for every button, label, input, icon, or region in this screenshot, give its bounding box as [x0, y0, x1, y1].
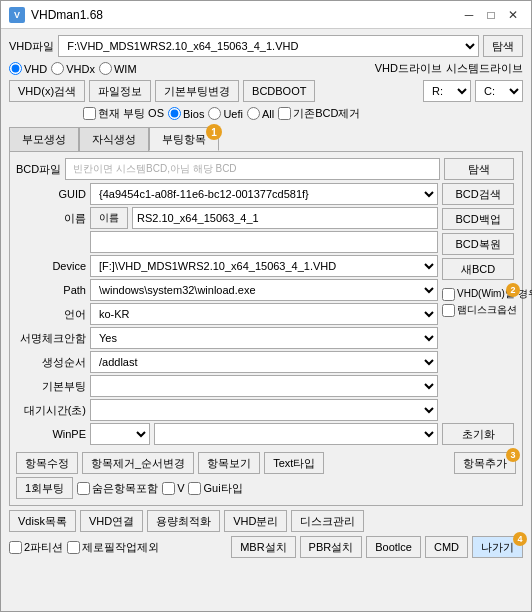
maximize-button[interactable]: □ [481, 6, 501, 24]
vhd-drive-select[interactable]: R: [423, 80, 471, 102]
view-item-button[interactable]: 항목보기 [198, 452, 260, 474]
winpe-label: WinPE [16, 428, 86, 440]
vhd-search-button[interactable]: VHD(x)검색 [9, 80, 85, 102]
winpe-select1[interactable] [90, 423, 150, 445]
tab-child[interactable]: 자식생성 [79, 127, 149, 151]
optimize-button[interactable]: 용량최적화 [147, 510, 220, 532]
search-button[interactable]: 탐색 [483, 35, 523, 57]
remove-pagefile-checkbox-item: 제로필작업제외 [67, 540, 159, 555]
edit-item-button[interactable]: 항목수정 [16, 452, 78, 474]
wait-time-select[interactable] [90, 399, 438, 421]
ramdisk-checkbox[interactable] [442, 304, 455, 317]
vhd-file-row: VHD파일 F:\VHD_MDS1WRS2.10_x64_15063_4_1.V… [9, 35, 523, 57]
vdisk-list-button[interactable]: Vdisk목록 [9, 510, 76, 532]
bios-radio-item: Bios [168, 107, 204, 120]
language-select[interactable]: ko-KR [90, 303, 438, 325]
vhd-file-select[interactable]: F:\VHD_MDS1WRS2.10_x64_15063_4_1.VHD [58, 35, 479, 57]
remove-order-button[interactable]: 항목제거_순서변경 [82, 452, 194, 474]
wait-time-label: 대기시간(초) [16, 403, 86, 418]
tab-bar: 부모생성 자식생성 부팅항목 1 [9, 127, 523, 152]
wim-radio-label: WIM [114, 63, 137, 75]
sign-check-select[interactable]: Yes [90, 327, 438, 349]
all-radio[interactable] [247, 107, 260, 120]
file-info-button[interactable]: 파일정보 [89, 80, 151, 102]
tab-child-label: 자식생성 [92, 132, 136, 147]
bcd-search-button[interactable]: BCD검색 [442, 183, 514, 205]
one-boot-button[interactable]: 1회부팅 [16, 477, 73, 499]
bottom-buttons-row1: 항목수정 항목제거_순서변경 항목보기 Text타입 항목추가 3 [16, 452, 516, 474]
remove-pagefile-checkbox[interactable] [67, 541, 80, 554]
v-checkbox-item: V [162, 482, 184, 495]
device-label: Device [16, 260, 86, 272]
tab-parent[interactable]: 부모생성 [9, 127, 79, 151]
bootice-button[interactable]: Bootlce [366, 536, 421, 558]
v-checkbox[interactable] [162, 482, 175, 495]
name-edit-button[interactable]: 이름 [90, 207, 128, 229]
device-select[interactable]: [F:]\VHD_MDS1WRS2.10_x64_15063_4_1.VHD [90, 255, 438, 277]
pbr-setup-button[interactable]: PBR설치 [300, 536, 363, 558]
vhd-wim-label: VHD(Wim)일 경우 [457, 287, 532, 301]
title-bar: V VHDman1.68 ─ □ ✕ [1, 1, 531, 29]
default-boot-select[interactable] [90, 375, 438, 397]
name-value-input[interactable] [90, 231, 438, 253]
gui-type-checkbox[interactable] [188, 482, 201, 495]
guid-select[interactable]: {4a9454c1-a08f-11e6-bc12-001377cd581f} [90, 183, 438, 205]
include-hidden-checkbox-item: 숨은항목포함 [77, 481, 158, 496]
init-button[interactable]: 초기화 [442, 423, 514, 445]
name-input[interactable] [132, 207, 438, 229]
title-controls: ─ □ ✕ [459, 6, 523, 24]
boot-order-label: 생성순서 [16, 355, 86, 370]
vhd-wim-checkbox[interactable] [442, 288, 455, 301]
tab-container: 부모생성 자식생성 부팅항목 1 BCD파일 [9, 127, 523, 506]
vhd-wim-options: VHD(Wim)일 경우 2 램디스크옵션 [442, 287, 516, 317]
uefi-radio[interactable] [208, 107, 221, 120]
tab-boot[interactable]: 부팅항목 1 [149, 127, 219, 151]
include-hidden-checkbox[interactable] [77, 482, 90, 495]
window-title: VHDman1.68 [31, 8, 103, 22]
two-partition-checkbox[interactable] [9, 541, 22, 554]
vhd-connect-button[interactable]: VHD연결 [80, 510, 143, 532]
remove-bcd-label: 기존BCD제거 [293, 106, 360, 121]
language-row: 언어 ko-KR [16, 303, 438, 325]
close-button[interactable]: ✕ [503, 6, 523, 24]
title-bar-left: V VHDman1.68 [9, 7, 103, 23]
wim-radio[interactable] [99, 62, 112, 75]
bios-radio[interactable] [168, 107, 181, 120]
bcd-restore-button[interactable]: BCD복원 [442, 233, 514, 255]
vhd-separate-button[interactable]: VHD분리 [224, 510, 287, 532]
path-select[interactable]: \windows\system32\winload.exe [90, 279, 438, 301]
remove-bcd-checkbox[interactable] [278, 107, 291, 120]
bcd-right-buttons: 탐색 [444, 158, 516, 180]
badge-4: 4 [513, 532, 527, 546]
main-content: VHD파일 F:\VHD_MDS1WRS2.10_x64_15063_4_1.V… [1, 29, 531, 611]
vhdx-radio-label: VHDx [66, 63, 95, 75]
minimize-button[interactable]: ─ [459, 6, 479, 24]
disk-manage-button[interactable]: 디스크관리 [291, 510, 364, 532]
boot-order-select[interactable]: /addlast [90, 351, 438, 373]
bcdboot-button[interactable]: BCDBOOT [243, 80, 315, 102]
partition-button[interactable]: 기본부팅변경 [155, 80, 239, 102]
vhd-radio[interactable] [9, 62, 22, 75]
current-boot-label: 현재 부팅 OS [98, 106, 164, 121]
winpe-select2[interactable] [154, 423, 438, 445]
new-bcd-button[interactable]: 새BCD [442, 258, 514, 280]
bcd-file-input[interactable] [65, 158, 440, 180]
vhd-drive-label: VHD드라이브 [375, 61, 442, 76]
remove-bcd-checkbox-item: 기존BCD제거 [278, 106, 360, 121]
name-row: 이름 이름 [16, 207, 438, 229]
two-partition-checkbox-item: 2파티션 [9, 540, 63, 555]
vhdx-radio[interactable] [51, 62, 64, 75]
bcd-backup-button[interactable]: BCD백업 [442, 208, 514, 230]
current-boot-checkbox[interactable] [83, 107, 96, 120]
text-type-button[interactable]: Text타입 [264, 452, 324, 474]
bcd-search-main-button[interactable]: 탐색 [444, 158, 514, 180]
bios-radio-label: Bios [183, 108, 204, 120]
system-drive-select[interactable]: C: [475, 80, 523, 102]
name-value-row [90, 231, 438, 253]
path-row: Path \windows\system32\winload.exe [16, 279, 438, 301]
guid-label: GUID [16, 188, 86, 200]
mbr-setup-button[interactable]: MBR설치 [231, 536, 295, 558]
cmd-button[interactable]: CMD [425, 536, 468, 558]
vhd-radio-item: VHD [9, 62, 47, 75]
vhdx-radio-item: VHDx [51, 62, 95, 75]
